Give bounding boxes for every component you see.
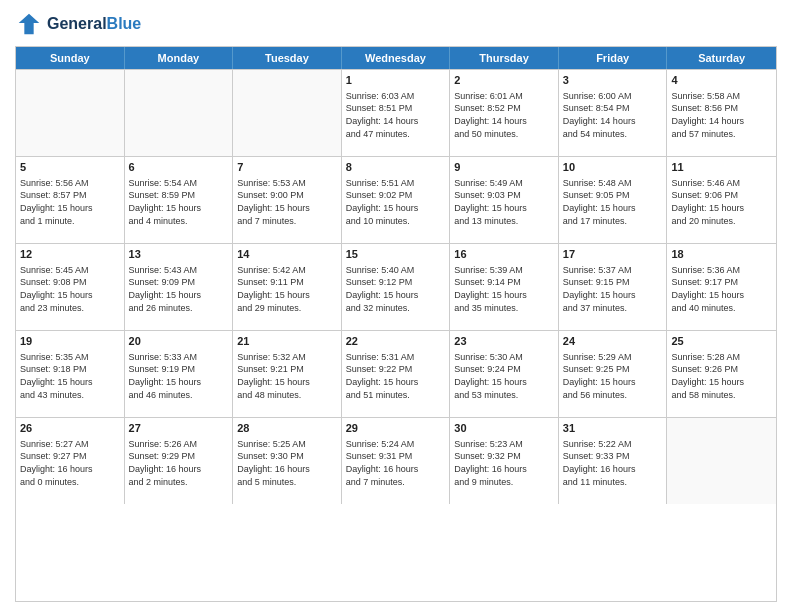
day-info: Sunrise: 5:24 AM Sunset: 9:31 PM Dayligh… bbox=[346, 438, 446, 488]
day-info: Sunrise: 5:25 AM Sunset: 9:30 PM Dayligh… bbox=[237, 438, 337, 488]
day-number: 27 bbox=[129, 421, 229, 436]
calendar-cell: 6Sunrise: 5:54 AM Sunset: 8:59 PM Daylig… bbox=[125, 157, 234, 243]
calendar-cell bbox=[233, 70, 342, 156]
day-number: 19 bbox=[20, 334, 120, 349]
day-number: 6 bbox=[129, 160, 229, 175]
day-number: 14 bbox=[237, 247, 337, 262]
day-number: 4 bbox=[671, 73, 772, 88]
day-info: Sunrise: 5:42 AM Sunset: 9:11 PM Dayligh… bbox=[237, 264, 337, 314]
logo-text: GeneralBlue bbox=[47, 14, 141, 33]
day-number: 31 bbox=[563, 421, 663, 436]
calendar-cell: 17Sunrise: 5:37 AM Sunset: 9:15 PM Dayli… bbox=[559, 244, 668, 330]
day-info: Sunrise: 5:39 AM Sunset: 9:14 PM Dayligh… bbox=[454, 264, 554, 314]
calendar-page: GeneralBlue SundayMondayTuesdayWednesday… bbox=[0, 0, 792, 612]
day-info: Sunrise: 5:35 AM Sunset: 9:18 PM Dayligh… bbox=[20, 351, 120, 401]
weekday-header: Friday bbox=[559, 47, 668, 69]
day-info: Sunrise: 5:27 AM Sunset: 9:27 PM Dayligh… bbox=[20, 438, 120, 488]
calendar: SundayMondayTuesdayWednesdayThursdayFrid… bbox=[15, 46, 777, 602]
day-number: 13 bbox=[129, 247, 229, 262]
weekday-header: Saturday bbox=[667, 47, 776, 69]
day-info: Sunrise: 5:23 AM Sunset: 9:32 PM Dayligh… bbox=[454, 438, 554, 488]
day-number: 28 bbox=[237, 421, 337, 436]
day-number: 25 bbox=[671, 334, 772, 349]
calendar-cell: 28Sunrise: 5:25 AM Sunset: 9:30 PM Dayli… bbox=[233, 418, 342, 504]
weekday-header: Tuesday bbox=[233, 47, 342, 69]
calendar-cell: 1Sunrise: 6:03 AM Sunset: 8:51 PM Daylig… bbox=[342, 70, 451, 156]
day-number: 8 bbox=[346, 160, 446, 175]
calendar-week-row: 12Sunrise: 5:45 AM Sunset: 9:08 PM Dayli… bbox=[16, 243, 776, 330]
day-info: Sunrise: 6:03 AM Sunset: 8:51 PM Dayligh… bbox=[346, 90, 446, 140]
calendar-cell: 12Sunrise: 5:45 AM Sunset: 9:08 PM Dayli… bbox=[16, 244, 125, 330]
calendar-header: SundayMondayTuesdayWednesdayThursdayFrid… bbox=[16, 47, 776, 69]
calendar-cell: 14Sunrise: 5:42 AM Sunset: 9:11 PM Dayli… bbox=[233, 244, 342, 330]
day-info: Sunrise: 5:31 AM Sunset: 9:22 PM Dayligh… bbox=[346, 351, 446, 401]
calendar-cell: 20Sunrise: 5:33 AM Sunset: 9:19 PM Dayli… bbox=[125, 331, 234, 417]
day-number: 21 bbox=[237, 334, 337, 349]
day-info: Sunrise: 5:48 AM Sunset: 9:05 PM Dayligh… bbox=[563, 177, 663, 227]
day-number: 24 bbox=[563, 334, 663, 349]
day-info: Sunrise: 5:53 AM Sunset: 9:00 PM Dayligh… bbox=[237, 177, 337, 227]
day-number: 15 bbox=[346, 247, 446, 262]
day-info: Sunrise: 5:33 AM Sunset: 9:19 PM Dayligh… bbox=[129, 351, 229, 401]
day-info: Sunrise: 5:54 AM Sunset: 8:59 PM Dayligh… bbox=[129, 177, 229, 227]
day-number: 23 bbox=[454, 334, 554, 349]
logo-icon bbox=[15, 10, 43, 38]
day-number: 7 bbox=[237, 160, 337, 175]
day-info: Sunrise: 5:58 AM Sunset: 8:56 PM Dayligh… bbox=[671, 90, 772, 140]
calendar-cell: 2Sunrise: 6:01 AM Sunset: 8:52 PM Daylig… bbox=[450, 70, 559, 156]
calendar-week-row: 19Sunrise: 5:35 AM Sunset: 9:18 PM Dayli… bbox=[16, 330, 776, 417]
day-number: 26 bbox=[20, 421, 120, 436]
day-number: 5 bbox=[20, 160, 120, 175]
calendar-cell: 5Sunrise: 5:56 AM Sunset: 8:57 PM Daylig… bbox=[16, 157, 125, 243]
calendar-cell: 10Sunrise: 5:48 AM Sunset: 9:05 PM Dayli… bbox=[559, 157, 668, 243]
day-number: 16 bbox=[454, 247, 554, 262]
calendar-body: 1Sunrise: 6:03 AM Sunset: 8:51 PM Daylig… bbox=[16, 69, 776, 504]
calendar-cell: 11Sunrise: 5:46 AM Sunset: 9:06 PM Dayli… bbox=[667, 157, 776, 243]
calendar-cell: 30Sunrise: 5:23 AM Sunset: 9:32 PM Dayli… bbox=[450, 418, 559, 504]
calendar-cell: 23Sunrise: 5:30 AM Sunset: 9:24 PM Dayli… bbox=[450, 331, 559, 417]
weekday-header: Monday bbox=[125, 47, 234, 69]
day-number: 2 bbox=[454, 73, 554, 88]
day-info: Sunrise: 6:00 AM Sunset: 8:54 PM Dayligh… bbox=[563, 90, 663, 140]
calendar-cell: 21Sunrise: 5:32 AM Sunset: 9:21 PM Dayli… bbox=[233, 331, 342, 417]
day-info: Sunrise: 5:29 AM Sunset: 9:25 PM Dayligh… bbox=[563, 351, 663, 401]
calendar-week-row: 5Sunrise: 5:56 AM Sunset: 8:57 PM Daylig… bbox=[16, 156, 776, 243]
calendar-cell: 15Sunrise: 5:40 AM Sunset: 9:12 PM Dayli… bbox=[342, 244, 451, 330]
day-number: 1 bbox=[346, 73, 446, 88]
day-info: Sunrise: 5:45 AM Sunset: 9:08 PM Dayligh… bbox=[20, 264, 120, 314]
calendar-cell: 19Sunrise: 5:35 AM Sunset: 9:18 PM Dayli… bbox=[16, 331, 125, 417]
calendar-cell bbox=[125, 70, 234, 156]
calendar-cell: 7Sunrise: 5:53 AM Sunset: 9:00 PM Daylig… bbox=[233, 157, 342, 243]
calendar-week-row: 1Sunrise: 6:03 AM Sunset: 8:51 PM Daylig… bbox=[16, 69, 776, 156]
calendar-cell: 31Sunrise: 5:22 AM Sunset: 9:33 PM Dayli… bbox=[559, 418, 668, 504]
day-number: 22 bbox=[346, 334, 446, 349]
day-number: 11 bbox=[671, 160, 772, 175]
calendar-cell: 4Sunrise: 5:58 AM Sunset: 8:56 PM Daylig… bbox=[667, 70, 776, 156]
day-number: 3 bbox=[563, 73, 663, 88]
calendar-cell: 16Sunrise: 5:39 AM Sunset: 9:14 PM Dayli… bbox=[450, 244, 559, 330]
day-number: 30 bbox=[454, 421, 554, 436]
day-number: 10 bbox=[563, 160, 663, 175]
calendar-cell: 29Sunrise: 5:24 AM Sunset: 9:31 PM Dayli… bbox=[342, 418, 451, 504]
calendar-cell: 9Sunrise: 5:49 AM Sunset: 9:03 PM Daylig… bbox=[450, 157, 559, 243]
calendar-cell: 24Sunrise: 5:29 AM Sunset: 9:25 PM Dayli… bbox=[559, 331, 668, 417]
calendar-cell: 26Sunrise: 5:27 AM Sunset: 9:27 PM Dayli… bbox=[16, 418, 125, 504]
calendar-cell: 3Sunrise: 6:00 AM Sunset: 8:54 PM Daylig… bbox=[559, 70, 668, 156]
calendar-cell: 25Sunrise: 5:28 AM Sunset: 9:26 PM Dayli… bbox=[667, 331, 776, 417]
day-info: Sunrise: 5:46 AM Sunset: 9:06 PM Dayligh… bbox=[671, 177, 772, 227]
calendar-cell: 27Sunrise: 5:26 AM Sunset: 9:29 PM Dayli… bbox=[125, 418, 234, 504]
calendar-cell bbox=[667, 418, 776, 504]
weekday-header: Sunday bbox=[16, 47, 125, 69]
day-info: Sunrise: 6:01 AM Sunset: 8:52 PM Dayligh… bbox=[454, 90, 554, 140]
day-info: Sunrise: 5:26 AM Sunset: 9:29 PM Dayligh… bbox=[129, 438, 229, 488]
day-info: Sunrise: 5:40 AM Sunset: 9:12 PM Dayligh… bbox=[346, 264, 446, 314]
calendar-cell: 13Sunrise: 5:43 AM Sunset: 9:09 PM Dayli… bbox=[125, 244, 234, 330]
calendar-cell: 8Sunrise: 5:51 AM Sunset: 9:02 PM Daylig… bbox=[342, 157, 451, 243]
day-info: Sunrise: 5:22 AM Sunset: 9:33 PM Dayligh… bbox=[563, 438, 663, 488]
weekday-header: Wednesday bbox=[342, 47, 451, 69]
day-number: 29 bbox=[346, 421, 446, 436]
day-info: Sunrise: 5:32 AM Sunset: 9:21 PM Dayligh… bbox=[237, 351, 337, 401]
day-info: Sunrise: 5:30 AM Sunset: 9:24 PM Dayligh… bbox=[454, 351, 554, 401]
day-info: Sunrise: 5:36 AM Sunset: 9:17 PM Dayligh… bbox=[671, 264, 772, 314]
day-number: 17 bbox=[563, 247, 663, 262]
